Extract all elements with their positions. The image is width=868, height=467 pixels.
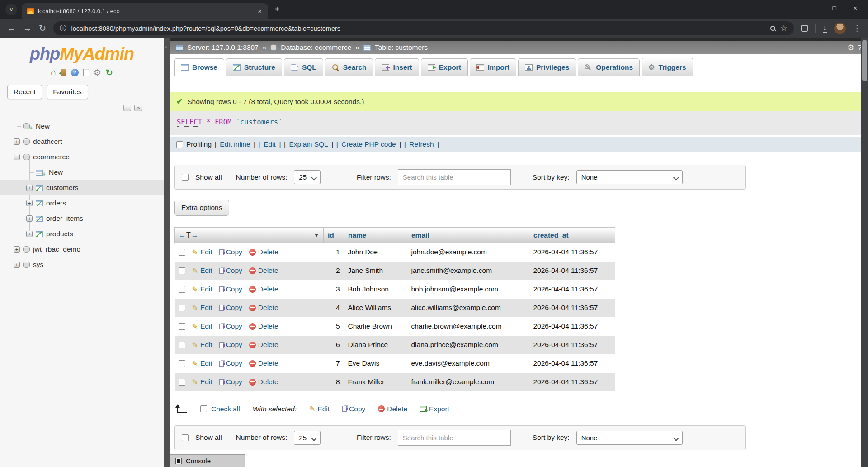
column-header-name[interactable]: name: [344, 228, 407, 243]
tree-item-order-items[interactable]: + order_items: [0, 211, 164, 226]
documentation-icon[interactable]: [83, 69, 89, 76]
tree-item-jwt-rbac-demo[interactable]: + jwt_rbac_demo: [0, 242, 164, 257]
reload-navigation-icon[interactable]: ↻: [106, 67, 113, 78]
zoom-icon[interactable]: [770, 26, 775, 31]
collapse-icon[interactable]: −: [14, 154, 20, 160]
show-all-checkbox[interactable]: [182, 434, 189, 441]
edit-link[interactable]: ✎Edit: [192, 248, 212, 257]
link-panel-icon[interactable]: ∞: [134, 105, 142, 111]
site-info-icon[interactable]: ⓘ: [60, 24, 66, 33]
extra-options-button[interactable]: Extra options: [174, 200, 229, 216]
tab-triggers[interactable]: ⚙Triggers: [642, 58, 693, 76]
filter-search-input[interactable]: [398, 169, 511, 185]
tree-item-new-database[interactable]: + New: [0, 119, 164, 134]
delete-link[interactable]: Delete: [249, 285, 278, 293]
copy-link[interactable]: Copy: [219, 341, 242, 349]
bulk-edit-link[interactable]: ✎Edit: [309, 405, 330, 413]
breadcrumb-server[interactable]: Server: 127.0.0.1:3307: [187, 43, 259, 52]
row-checkbox[interactable]: [179, 360, 185, 367]
tree-item-new-table[interactable]: + New: [0, 165, 164, 180]
check-all-control[interactable]: Check all: [200, 405, 240, 413]
tab-close-icon[interactable]: ×: [257, 7, 263, 15]
tab-search-chevron-icon[interactable]: ∨: [5, 4, 17, 15]
delete-link[interactable]: Delete: [249, 304, 278, 312]
explain-sql-link[interactable]: Explain SQL: [289, 140, 328, 148]
create-php-code-link[interactable]: Create PHP code: [341, 140, 396, 148]
copy-link[interactable]: Copy: [219, 267, 242, 275]
phpmyadmin-logo[interactable]: phpMyAdmin: [0, 44, 164, 64]
edit-link[interactable]: ✎Edit: [192, 359, 212, 368]
tree-item-customers[interactable]: + customers: [0, 180, 164, 195]
copy-link[interactable]: Copy: [219, 359, 242, 367]
profiling-checkbox[interactable]: [176, 141, 183, 148]
expand-icon[interactable]: +: [14, 246, 20, 253]
row-checkbox[interactable]: [179, 267, 185, 274]
browser-tab[interactable]: localhost:8080 / 127.0.0.1 / eco ×: [22, 3, 268, 19]
breadcrumb-table[interactable]: Table: customers: [375, 43, 428, 52]
bulk-delete-link[interactable]: Delete: [378, 405, 407, 413]
recent-button[interactable]: Recent: [7, 85, 42, 99]
tree-item-products[interactable]: + products: [0, 226, 164, 242]
collapse-navigation-arrow-icon[interactable]: ←: [164, 42, 170, 49]
nav-right-arrow-icon[interactable]: →: [191, 231, 198, 239]
edit-link[interactable]: ✎Edit: [192, 267, 212, 275]
column-header-id[interactable]: id: [324, 228, 344, 243]
breadcrumb-database[interactable]: Database: ecommerce: [281, 43, 351, 52]
reload-button[interactable]: ↻: [39, 23, 46, 33]
new-tab-button[interactable]: +: [274, 4, 280, 14]
tab-operations[interactable]: Operations: [578, 58, 640, 76]
logout-icon[interactable]: [61, 69, 66, 76]
tree-item-deathcert[interactable]: + deathcert: [0, 134, 164, 149]
settings-gear-icon[interactable]: ⚙: [94, 67, 101, 78]
expand-icon[interactable]: +: [26, 215, 33, 222]
number-of-rows-select[interactable]: 25: [294, 431, 321, 445]
expand-icon[interactable]: +: [14, 262, 20, 268]
column-header-email[interactable]: email: [407, 228, 529, 243]
tab-import[interactable]: Import: [470, 58, 516, 76]
copy-link[interactable]: Copy: [219, 285, 242, 293]
copy-link[interactable]: Copy: [219, 322, 242, 330]
window-close-button[interactable]: ×: [854, 5, 857, 12]
edit-link[interactable]: ✎Edit: [192, 378, 212, 386]
sidebar-divider-strip[interactable]: ←: [164, 38, 170, 467]
favorites-button[interactable]: Favorites: [47, 85, 88, 99]
edit-link[interactable]: ✎Edit: [192, 304, 212, 312]
bulk-export-link[interactable]: Export: [420, 405, 449, 413]
number-of-rows-select[interactable]: 25: [294, 170, 321, 184]
extensions-icon[interactable]: [801, 25, 808, 32]
edit-link[interactable]: ✎Edit: [192, 341, 212, 349]
tab-sql[interactable]: SQL: [284, 58, 323, 76]
tree-item-orders[interactable]: + orders: [0, 195, 164, 211]
tab-insert[interactable]: Insert: [375, 58, 419, 76]
nav-t-glyph[interactable]: T: [186, 231, 191, 239]
page-scrollbar[interactable]: [861, 38, 868, 467]
minimize-button[interactable]: –: [812, 5, 816, 12]
delete-link[interactable]: Delete: [249, 322, 278, 330]
expand-icon[interactable]: +: [14, 138, 20, 145]
row-checkbox[interactable]: [179, 286, 185, 293]
expand-icon[interactable]: +: [26, 231, 33, 237]
console-bar[interactable]: Console: [170, 454, 245, 467]
delete-link[interactable]: Delete: [249, 267, 278, 275]
expand-icon[interactable]: +: [26, 185, 33, 191]
column-options-caret-icon[interactable]: ▼: [314, 232, 319, 238]
copy-link[interactable]: Copy: [219, 304, 242, 312]
check-all-checkbox[interactable]: [200, 405, 207, 412]
page-settings-gear-icon[interactable]: ⚙: [847, 43, 854, 52]
bookmark-star-icon[interactable]: ☆: [780, 24, 787, 33]
tab-structure[interactable]: Structure: [226, 58, 282, 76]
tree-item-sys[interactable]: + sys: [0, 257, 164, 272]
delete-link[interactable]: Delete: [249, 248, 278, 256]
address-bar[interactable]: ⓘ localhost:8080/phpmyadmin/index.php?ro…: [53, 21, 794, 35]
nav-left-arrow-icon[interactable]: ←: [179, 231, 186, 239]
show-all-checkbox[interactable]: [182, 174, 189, 181]
row-checkbox[interactable]: [179, 379, 185, 386]
row-checkbox[interactable]: [179, 305, 185, 311]
row-checkbox[interactable]: [179, 249, 185, 256]
refresh-link[interactable]: Refresh: [409, 140, 434, 148]
collapse-all-icon[interactable]: −: [123, 105, 131, 111]
help-icon[interactable]: ?: [71, 69, 79, 76]
copy-link[interactable]: Copy: [219, 248, 242, 256]
copy-link[interactable]: Copy: [219, 378, 242, 386]
delete-link[interactable]: Delete: [249, 359, 278, 367]
